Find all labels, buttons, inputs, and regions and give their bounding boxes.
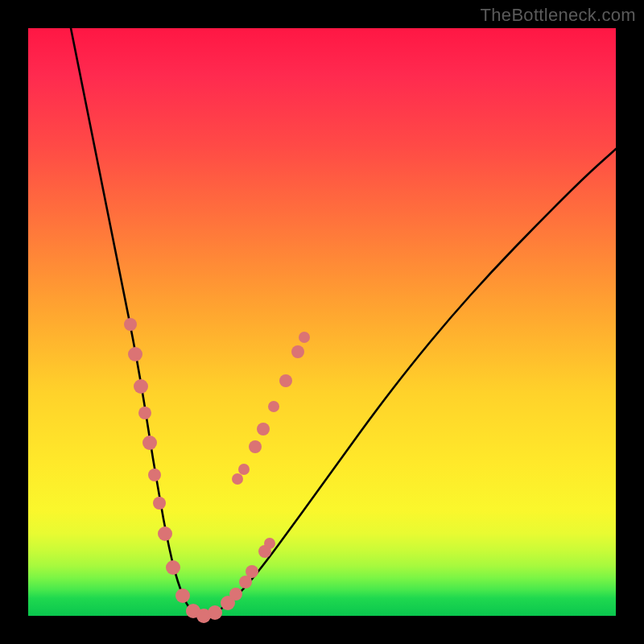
scatter-marker xyxy=(299,332,310,343)
plot-area xyxy=(28,28,616,616)
scatter-marker xyxy=(229,588,242,601)
scatter-markers xyxy=(124,318,310,623)
scatter-marker xyxy=(249,440,262,453)
scatter-marker xyxy=(166,560,180,575)
chart-frame: TheBottleneck.com xyxy=(0,0,644,644)
scatter-marker xyxy=(128,347,142,361)
bottleneck-curve-path xyxy=(71,28,616,615)
scatter-marker xyxy=(257,423,270,436)
scatter-marker xyxy=(208,605,222,620)
scatter-marker xyxy=(246,565,258,578)
scatter-marker xyxy=(232,473,243,485)
scatter-marker xyxy=(238,464,250,475)
scatter-marker xyxy=(153,497,166,510)
scatter-marker xyxy=(134,379,148,394)
watermark-text: TheBottleneck.com xyxy=(481,5,636,26)
scatter-marker xyxy=(124,318,137,331)
scatter-marker xyxy=(148,469,161,481)
scatter-marker xyxy=(175,588,190,603)
scatter-marker xyxy=(138,407,151,419)
scatter-marker xyxy=(279,374,292,387)
scatter-marker xyxy=(291,345,304,358)
scatter-marker xyxy=(268,401,279,412)
scatter-marker xyxy=(142,436,157,450)
scatter-marker xyxy=(158,526,172,541)
scatter-marker xyxy=(264,538,275,549)
chart-overlay-svg xyxy=(28,28,616,616)
